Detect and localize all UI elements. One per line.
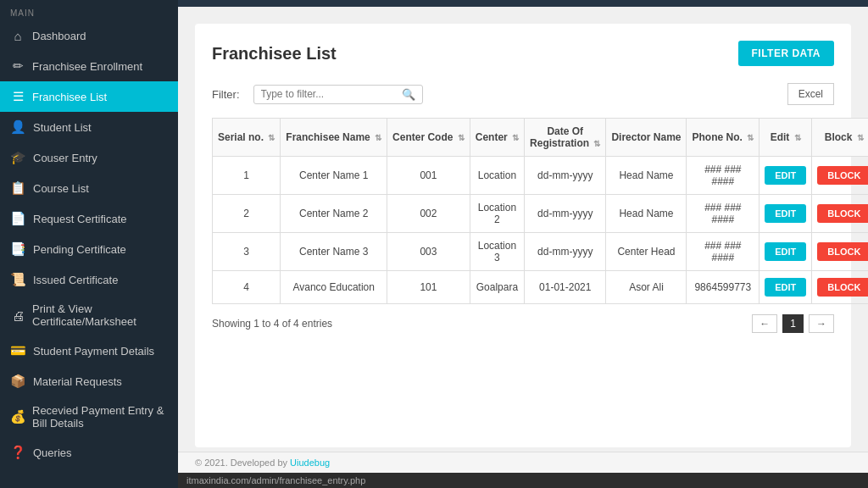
sidebar-item-franchisee-enrollment[interactable]: ✏ Franchisee Enrollment bbox=[0, 51, 178, 81]
cell-block: BLOCK bbox=[812, 157, 868, 195]
filter-input-wrap: 🔍 bbox=[253, 85, 423, 104]
cell-phone: 9864599773 bbox=[687, 271, 760, 304]
cell-center: Location 2 bbox=[470, 195, 524, 233]
cell-serial: 3 bbox=[213, 233, 281, 271]
page-header: Franchisee List FILTER DATA bbox=[212, 41, 834, 66]
sidebar-item-queries[interactable]: ❓ Queries bbox=[0, 437, 178, 468]
sidebar-item-issued-certificate[interactable]: 📜 Issued Certificate bbox=[0, 264, 178, 295]
block-button[interactable]: BLOCK bbox=[817, 242, 868, 261]
sidebar-item-received-payment[interactable]: 💰 Recevied Payment Entry & Bill Details bbox=[0, 396, 178, 437]
edit-button[interactable]: EDIT bbox=[765, 204, 806, 223]
table-row: 3 Center Name 3 003 Location 3 dd-mm-yyy… bbox=[213, 233, 869, 271]
question-icon: ❓ bbox=[10, 445, 26, 460]
cell-block: BLOCK bbox=[812, 271, 868, 304]
table-row: 1 Center Name 1 001 Location dd-mm-yyyy … bbox=[213, 157, 869, 195]
top-bar bbox=[178, 0, 868, 7]
cell-director: Head Name bbox=[606, 157, 687, 195]
cell-name: Center Name 1 bbox=[281, 157, 387, 195]
table-row: 4 Avanco Education 101 Goalpara 01-01-20… bbox=[213, 271, 869, 304]
cell-director: Asor Ali bbox=[606, 271, 687, 304]
col-center-code: Center Code ⇅ bbox=[387, 119, 470, 157]
doc-icon: 📄 bbox=[10, 211, 26, 226]
cell-edit: EDIT bbox=[760, 195, 812, 233]
edit-button[interactable]: EDIT bbox=[765, 278, 806, 297]
sidebar-item-material-requests[interactable]: 📦 Material Requests bbox=[0, 366, 178, 396]
cell-name: Avanco Education bbox=[281, 271, 387, 304]
cell-phone: ### ### #### bbox=[687, 233, 760, 271]
main-content: Franchisee List FILTER DATA Filter: 🔍 Ex… bbox=[178, 0, 868, 488]
cell-edit: EDIT bbox=[760, 233, 812, 271]
cell-name: Center Name 2 bbox=[281, 195, 387, 233]
money-icon: 💰 bbox=[10, 409, 25, 424]
sidebar-item-label: Franchisee List bbox=[32, 91, 107, 103]
pagination-row: Showing 1 to 4 of 4 entries ← 1 → bbox=[212, 314, 834, 333]
sidebar-item-course-list[interactable]: 📋 Course List bbox=[0, 173, 178, 203]
pagination-controls: ← 1 → bbox=[752, 314, 834, 333]
edit-button[interactable]: EDIT bbox=[765, 166, 806, 185]
issued-icon: 📜 bbox=[10, 272, 26, 287]
footer-developer-link[interactable]: Uiudebug bbox=[290, 458, 330, 468]
cell-center: Location 3 bbox=[470, 233, 524, 271]
print-icon: 🖨 bbox=[10, 308, 25, 323]
block-button[interactable]: BLOCK bbox=[817, 204, 868, 223]
cell-director: Center Head bbox=[606, 233, 687, 271]
current-page-button[interactable]: 1 bbox=[782, 314, 804, 333]
cell-date: dd-mm-yyyy bbox=[525, 157, 606, 195]
prev-page-button[interactable]: ← bbox=[752, 314, 777, 333]
sidebar-item-label: Print & View Certificate/Marksheet bbox=[32, 302, 168, 328]
url-bar: itmaxindia.com/admin/franchisee_entry.ph… bbox=[178, 473, 868, 488]
filter-label: Filter: bbox=[212, 88, 240, 101]
sidebar-item-dashboard[interactable]: ⌂ Dashboard bbox=[0, 21, 178, 51]
box-icon: 📦 bbox=[10, 374, 26, 389]
sidebar-item-print-view[interactable]: 🖨 Print & View Certificate/Marksheet bbox=[0, 295, 178, 336]
cell-block: BLOCK bbox=[812, 233, 868, 271]
cell-serial: 2 bbox=[213, 195, 281, 233]
pagination-showing: Showing 1 to 4 of 4 entries bbox=[212, 318, 332, 330]
cell-serial: 4 bbox=[213, 271, 281, 304]
cell-serial: 1 bbox=[213, 157, 281, 195]
table-row: 2 Center Name 2 002 Location 2 dd-mm-yyy… bbox=[213, 195, 869, 233]
cell-center-code: 001 bbox=[387, 157, 470, 195]
sidebar-item-franchisee-list[interactable]: ☰ Franchisee List bbox=[0, 81, 178, 112]
cell-date: dd-mm-yyyy bbox=[525, 195, 606, 233]
content-area: Franchisee List FILTER DATA Filter: 🔍 Ex… bbox=[178, 7, 868, 452]
sidebar-item-label: Request Certificate bbox=[33, 213, 127, 225]
cell-center: Location bbox=[470, 157, 524, 195]
sidebar-item-label: Couser Entry bbox=[33, 152, 97, 164]
col-serial: Serial no. ⇅ bbox=[213, 119, 281, 157]
sidebar-item-pending-certificate[interactable]: 📑 Pending Certificate bbox=[0, 234, 178, 264]
col-phone: Phone No. ⇅ bbox=[687, 119, 760, 157]
sidebar: MAIN ⌂ Dashboard ✏ Franchisee Enrollment… bbox=[0, 0, 178, 488]
col-center: Center ⇅ bbox=[470, 119, 524, 157]
edit-button[interactable]: EDIT bbox=[765, 242, 806, 261]
col-block: Block ⇅ bbox=[812, 119, 868, 157]
cell-edit: EDIT bbox=[760, 157, 812, 195]
page-title: Franchisee List bbox=[212, 44, 337, 64]
cell-name: Center Name 3 bbox=[281, 233, 387, 271]
col-name: Franchisee Name ⇅ bbox=[281, 119, 387, 157]
filter-data-button[interactable]: FILTER DATA bbox=[738, 41, 834, 66]
sidebar-item-label: Recevied Payment Entry & Bill Details bbox=[32, 404, 168, 430]
sidebar-item-couser-entry[interactable]: 🎓 Couser Entry bbox=[0, 142, 178, 173]
sidebar-item-request-certificate[interactable]: 📄 Request Certificate bbox=[0, 203, 178, 234]
cell-date: 01-01-2021 bbox=[525, 271, 606, 304]
pending-icon: 📑 bbox=[10, 241, 26, 257]
cell-edit: EDIT bbox=[760, 271, 812, 304]
sidebar-item-label: Material Requests bbox=[33, 375, 122, 388]
home-icon: ⌂ bbox=[10, 29, 25, 43]
cell-center-code: 101 bbox=[387, 271, 470, 304]
next-page-button[interactable]: → bbox=[809, 314, 834, 333]
block-button[interactable]: BLOCK bbox=[817, 278, 868, 297]
franchisee-table: Serial no. ⇅ Franchisee Name ⇅ Center Co… bbox=[212, 118, 868, 304]
filter-row: Filter: 🔍 Excel bbox=[212, 83, 834, 105]
sidebar-item-student-payment[interactable]: 💳 Student Payment Details bbox=[0, 336, 178, 366]
sidebar-item-label: Issued Certificate bbox=[33, 274, 118, 286]
sidebar-item-student-list[interactable]: 👤 Student List bbox=[0, 112, 178, 142]
cell-block: BLOCK bbox=[812, 195, 868, 233]
filter-input[interactable] bbox=[261, 88, 402, 100]
excel-button[interactable]: Excel bbox=[787, 83, 834, 105]
clipboard-icon: 📋 bbox=[10, 180, 26, 196]
footer-copyright: © 2021. Developed by Uiudebug bbox=[195, 458, 330, 468]
col-date: Date OfRegistration ⇅ bbox=[525, 119, 606, 157]
block-button[interactable]: BLOCK bbox=[817, 166, 868, 185]
